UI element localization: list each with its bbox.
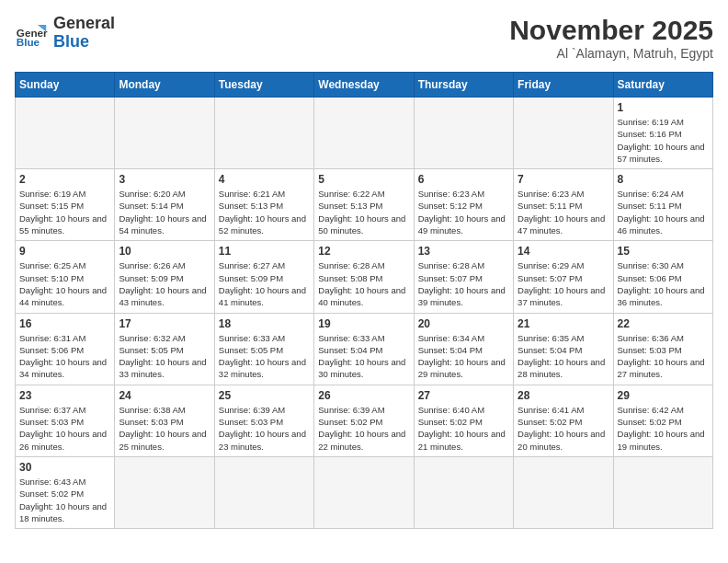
day-7: 7 Sunrise: 6:23 AMSunset: 5:11 PMDayligh… [514, 169, 613, 241]
logo-blue: Blue [53, 32, 89, 51]
day-10: 10 Sunrise: 6:26 AMSunset: 5:09 PMDaylig… [115, 241, 214, 313]
logo-wordmark: General Blue [53, 15, 115, 52]
day-28: 28 Sunrise: 6:41 AMSunset: 5:02 PMDaylig… [514, 385, 613, 456]
empty-cell [514, 98, 613, 169]
day-14: 14 Sunrise: 6:29 AMSunset: 5:07 PMDaylig… [514, 241, 613, 313]
header-sunday: Sunday [16, 73, 115, 98]
empty-cell [314, 456, 414, 528]
empty-cell [414, 456, 513, 528]
empty-cell [214, 456, 313, 528]
day-17: 17 Sunrise: 6:32 AMSunset: 5:05 PMDaylig… [115, 313, 214, 385]
day-24: 24 Sunrise: 6:38 AMSunset: 5:03 PMDaylig… [115, 385, 214, 456]
day-3: 3 Sunrise: 6:20 AMSunset: 5:14 PMDayligh… [115, 169, 214, 241]
day-1-daylight-label: Daylight: [618, 142, 654, 152]
day-25: 25 Sunrise: 6:39 AMSunset: 5:03 PMDaylig… [214, 385, 313, 456]
location-subtitle: Al `Alamayn, Matruh, Egypt [509, 46, 713, 61]
day-1-sunset-label: Sunset: [618, 129, 650, 139]
logo-icon: General Blue [15, 17, 48, 50]
empty-cell [115, 456, 214, 528]
day-6: 6 Sunrise: 6:23 AMSunset: 5:12 PMDayligh… [414, 169, 513, 241]
day-2: 2 Sunrise: 6:19 AMSunset: 5:15 PMDayligh… [16, 169, 115, 241]
calendar-table: Sunday Monday Tuesday Wednesday Thursday… [15, 72, 713, 529]
day-1-sunset: 5:16 PM [649, 129, 681, 139]
day-5: 5 Sunrise: 6:22 AMSunset: 5:13 PMDayligh… [314, 169, 414, 241]
day-1-sunrise: 6:19 AM [652, 117, 684, 127]
empty-cell [414, 98, 513, 169]
calendar-row-2: 2 Sunrise: 6:19 AMSunset: 5:15 PMDayligh… [16, 169, 713, 241]
calendar-row-4: 16 Sunrise: 6:31 AMSunset: 5:06 PMDaylig… [16, 313, 713, 385]
day-27: 27 Sunrise: 6:40 AMSunset: 5:02 PMDaylig… [414, 385, 513, 456]
weekday-header-row: Sunday Monday Tuesday Wednesday Thursday… [16, 73, 713, 98]
month-year-title: November 2025 [509, 15, 713, 46]
logo-general: General [53, 14, 115, 32]
header-area: General Blue General Blue November 2025 … [15, 15, 713, 61]
calendar-row-6: 30 Sunrise: 6:43 AMSunset: 5:02 PMDaylig… [16, 456, 713, 528]
day-26: 26 Sunrise: 6:39 AMSunset: 5:02 PMDaylig… [314, 385, 414, 456]
empty-cell [214, 98, 313, 169]
header-friday: Friday [514, 73, 613, 98]
header-monday: Monday [115, 73, 214, 98]
calendar-row-1: 1 Sunrise: 6:19 AM Sunset: 5:16 PM Dayli… [16, 98, 713, 169]
empty-cell [613, 456, 712, 528]
calendar-row-5: 23 Sunrise: 6:37 AMSunset: 5:03 PMDaylig… [16, 385, 713, 456]
day-12: 12 Sunrise: 6:28 AMSunset: 5:08 PMDaylig… [314, 241, 414, 313]
logo: General Blue General Blue [15, 15, 115, 52]
calendar-row-3: 9 Sunrise: 6:25 AMSunset: 5:10 PMDayligh… [16, 241, 713, 313]
day-29: 29 Sunrise: 6:42 AMSunset: 5:02 PMDaylig… [613, 385, 712, 456]
day-19: 19 Sunrise: 6:33 AMSunset: 5:04 PMDaylig… [314, 313, 414, 385]
day-30: 30 Sunrise: 6:43 AMSunset: 5:02 PMDaylig… [16, 456, 115, 528]
header-saturday: Saturday [613, 73, 712, 98]
day-15: 15 Sunrise: 6:30 AMSunset: 5:06 PMDaylig… [613, 241, 712, 313]
svg-text:Blue: Blue [17, 36, 40, 48]
day-16: 16 Sunrise: 6:31 AMSunset: 5:06 PMDaylig… [16, 313, 115, 385]
title-area: November 2025 Al `Alamayn, Matruh, Egypt [509, 15, 713, 61]
empty-cell [16, 98, 115, 169]
header-thursday: Thursday [414, 73, 513, 98]
day-1-sunrise-label: Sunrise: [618, 117, 653, 127]
day-23: 23 Sunrise: 6:37 AMSunset: 5:03 PMDaylig… [16, 385, 115, 456]
header-tuesday: Tuesday [214, 73, 313, 98]
header-wednesday: Wednesday [314, 73, 414, 98]
day-11: 11 Sunrise: 6:27 AMSunset: 5:09 PMDaylig… [214, 241, 313, 313]
empty-cell [314, 98, 414, 169]
day-21: 21 Sunrise: 6:35 AMSunset: 5:04 PMDaylig… [514, 313, 613, 385]
day-1: 1 Sunrise: 6:19 AM Sunset: 5:16 PM Dayli… [613, 98, 712, 169]
day-22: 22 Sunrise: 6:36 AMSunset: 5:03 PMDaylig… [613, 313, 712, 385]
day-8: 8 Sunrise: 6:24 AMSunset: 5:11 PMDayligh… [613, 169, 712, 241]
day-18: 18 Sunrise: 6:33 AMSunset: 5:05 PMDaylig… [214, 313, 313, 385]
empty-cell [115, 98, 214, 169]
empty-cell [514, 456, 613, 528]
day-13: 13 Sunrise: 6:28 AMSunset: 5:07 PMDaylig… [414, 241, 513, 313]
day-9: 9 Sunrise: 6:25 AMSunset: 5:10 PMDayligh… [16, 241, 115, 313]
day-4: 4 Sunrise: 6:21 AMSunset: 5:13 PMDayligh… [214, 169, 313, 241]
day-20: 20 Sunrise: 6:34 AMSunset: 5:04 PMDaylig… [414, 313, 513, 385]
